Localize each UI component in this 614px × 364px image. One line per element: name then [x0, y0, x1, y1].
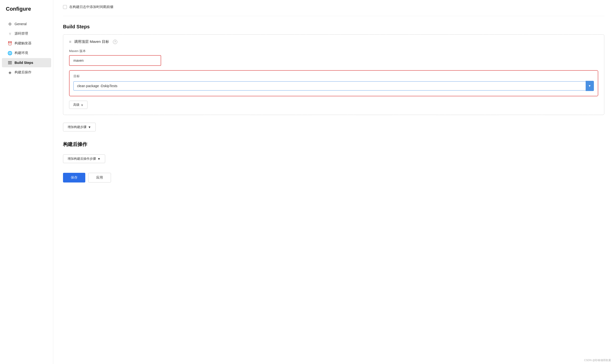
sidebar-item-source[interactable]: ⑂ 源码管理 — [2, 29, 51, 38]
help-icon[interactable]: ? — [113, 40, 117, 44]
clock-icon: ⏰ — [8, 41, 12, 46]
add-post-build-button[interactable]: 增加构建后操作步骤 ▼ — [63, 155, 105, 163]
sidebar-item-triggers[interactable]: ⏰ 构建触发器 — [2, 39, 51, 48]
sidebar: Configure ⚙ General ⑂ 源码管理 ⏰ 构建触发器 🌐 构建环… — [0, 0, 53, 364]
sidebar-item-label: General — [14, 22, 27, 26]
sidebar-title: Configure — [0, 6, 53, 19]
target-wrapper: 目标 ▼ — [69, 70, 598, 96]
chevron-down-icon: ▼ — [588, 84, 591, 88]
sidebar-item-label: 构建触发器 — [14, 41, 31, 46]
main-content: 在构建日志中添加时间戳前缀 Build Steps ≡ 调用顶层 Maven 目… — [53, 0, 614, 364]
target-input[interactable] — [73, 81, 586, 91]
svg-rect-1 — [8, 63, 12, 63]
advanced-btn-label: 高级 — [73, 103, 80, 107]
timestamp-label: 在构建日志中添加时间戳前缀 — [69, 5, 113, 9]
apply-label: 应用 — [96, 175, 103, 179]
apply-button[interactable]: 应用 — [88, 173, 111, 182]
add-build-step-button[interactable]: 增加构建步骤 ▼ — [63, 123, 96, 131]
maven-version-label: Maven 版本 — [69, 49, 598, 53]
post-build-section: 构建后操作 增加构建后操作步骤 ▼ — [63, 141, 604, 163]
package-icon: ◈ — [8, 70, 12, 75]
chevron-down-icon: ▼ — [97, 157, 101, 161]
sidebar-item-env[interactable]: 🌐 构建环境 — [2, 48, 51, 58]
chevron-down-icon: ∨ — [81, 103, 83, 107]
drag-icon[interactable]: ≡ — [69, 40, 71, 44]
save-label: 保存 — [71, 175, 78, 179]
gear-icon: ⚙ — [8, 22, 12, 26]
advanced-button[interactable]: 高级 ∨ — [69, 101, 87, 109]
sidebar-item-label: 源码管理 — [14, 31, 28, 36]
build-steps-title: Build Steps — [63, 24, 604, 29]
save-button[interactable]: 保存 — [63, 173, 85, 182]
list-icon — [8, 61, 12, 65]
svg-rect-0 — [8, 61, 12, 62]
footer-buttons: 保存 应用 — [63, 173, 604, 182]
top-checkbox-row: 在构建日志中添加时间戳前缀 — [63, 0, 604, 16]
card-title: 调用顶层 Maven 目标 — [74, 39, 109, 44]
maven-version-wrapper — [69, 55, 161, 66]
card-header: ≡ 调用顶层 Maven 目标 ? — [69, 39, 598, 44]
add-step-label: 增加构建步骤 — [68, 125, 86, 129]
sidebar-item-label: 构建环境 — [14, 51, 28, 55]
sidebar-item-label: Build Steps — [14, 61, 33, 65]
build-steps-section: Build Steps ≡ 调用顶层 Maven 目标 ? Maven 版本 — [63, 24, 604, 131]
svg-rect-2 — [8, 64, 12, 64]
sidebar-item-label: 构建后操作 — [14, 70, 31, 75]
maven-version-field-group: Maven 版本 — [69, 49, 598, 66]
globe-icon: 🌐 — [8, 51, 12, 55]
add-post-build-label: 增加构建后操作步骤 — [68, 156, 96, 161]
timestamp-checkbox[interactable] — [63, 5, 67, 9]
sidebar-item-post-build[interactable]: ◈ 构建后操作 — [2, 68, 51, 77]
target-label: 目标 — [73, 74, 594, 78]
chevron-down-icon: ▼ — [88, 125, 91, 129]
maven-version-input[interactable] — [70, 56, 160, 65]
sidebar-item-general[interactable]: ⚙ General — [2, 19, 51, 28]
post-build-title: 构建后操作 — [63, 141, 604, 148]
target-dropdown-button[interactable]: ▼ — [586, 81, 594, 91]
branch-icon: ⑂ — [8, 31, 12, 36]
build-step-card: ≡ 调用顶层 Maven 目标 ? Maven 版本 目标 — [63, 34, 604, 115]
target-input-row: ▼ — [73, 81, 594, 91]
sidebar-item-build-steps[interactable]: Build Steps — [2, 58, 51, 67]
